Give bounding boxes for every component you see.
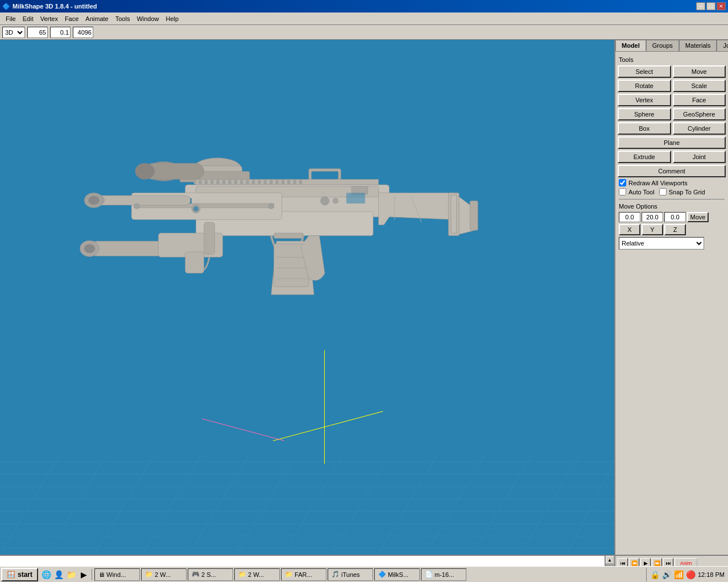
tray-icon-1[interactable]: 🔒: [650, 570, 660, 579]
close-button[interactable]: ✕: [717, 2, 726, 10]
menu-help[interactable]: Help: [163, 14, 183, 23]
viewport-3d[interactable]: [0, 40, 614, 555]
quick-launch-user[interactable]: 👤: [53, 569, 64, 580]
scale-button[interactable]: Scale: [673, 80, 726, 92]
tab-model[interactable]: Model: [615, 40, 646, 51]
svg-point-81: [134, 203, 139, 209]
tool-row-plane: Plane: [618, 136, 726, 149]
menu-window[interactable]: Window: [133, 14, 162, 23]
view-select[interactable]: 3D 2D: [2, 27, 25, 38]
taskbar-item-far[interactable]: 📁FAR...: [281, 568, 326, 581]
axis-z-button[interactable]: Z: [664, 224, 686, 235]
panel-content: Tools Select Move Rotate Scale Vertex Fa…: [615, 52, 728, 555]
minimize-button[interactable]: ─: [696, 2, 705, 10]
toolbar: 3D 2D: [0, 25, 728, 40]
svg-line-20: [567, 462, 614, 555]
auto-tool-label: Auto Tool: [628, 189, 655, 196]
toolbar-val2[interactable]: [50, 27, 71, 38]
svg-line-8: [0, 456, 59, 555]
taskbar-item-2w1[interactable]: 📁2 W...: [141, 568, 187, 581]
taskbar-item-itunes[interactable]: 🎵iTunes: [328, 568, 373, 581]
rotate-button[interactable]: Rotate: [618, 80, 671, 92]
comment-button[interactable]: Comment: [618, 165, 726, 177]
menu-edit[interactable]: Edit: [19, 14, 37, 23]
sphere-button[interactable]: Sphere: [618, 108, 671, 120]
toolbar-val1[interactable]: [27, 27, 48, 38]
tray-icon-nero[interactable]: 🔴: [686, 570, 696, 579]
svg-rect-44: [282, 180, 285, 185]
system-clock: 12:18 PM: [698, 571, 725, 578]
taskbar-item-wind[interactable]: 🖥Wind...: [94, 568, 140, 581]
menu-vertex[interactable]: Vertex: [37, 14, 61, 23]
face-button[interactable]: Face: [673, 94, 726, 106]
axis-pink-line: [202, 418, 284, 441]
svg-point-72: [84, 244, 95, 253]
svg-rect-36: [234, 180, 238, 185]
tray-icon-2[interactable]: 🔊: [662, 570, 672, 579]
plane-button[interactable]: Plane: [618, 136, 726, 149]
menu-tools[interactable]: Tools: [112, 14, 134, 23]
taskbar-item-milks[interactable]: 🔷MilkS...: [374, 568, 420, 581]
start-button[interactable]: 🪟 start: [1, 568, 38, 581]
svg-point-69: [89, 196, 100, 205]
tab-materials[interactable]: Materials: [679, 40, 717, 51]
geosphere-button[interactable]: GeoSphere: [673, 108, 726, 120]
axis-buttons-row: X Y Z: [619, 224, 725, 235]
vertex-button[interactable]: Vertex: [618, 94, 671, 106]
select-button[interactable]: Select: [618, 65, 671, 78]
move-x-input[interactable]: [619, 212, 640, 222]
maximize-button[interactable]: □: [706, 2, 715, 10]
svg-rect-31: [205, 180, 208, 185]
tab-joints[interactable]: Joints: [717, 40, 728, 51]
svg-rect-40: [258, 180, 261, 185]
taskbar-item-2s[interactable]: 🎮2 S...: [188, 568, 233, 581]
titlebar-title: 🔷 MilkShape 3D 1.8.4 - untitled: [2, 3, 97, 10]
quick-launch: 🌐 👤 📁 ▶: [38, 569, 92, 580]
move-apply-button[interactable]: Move: [687, 212, 709, 222]
tray-icon-3[interactable]: 📶: [674, 570, 684, 579]
taskbar-item-m16[interactable]: 📄m-16...: [421, 568, 466, 581]
tools-section-label: Tools: [619, 56, 726, 63]
box-button[interactable]: Box: [618, 122, 671, 135]
svg-line-12: [189, 456, 248, 555]
svg-line-17: [425, 456, 485, 555]
menu-file[interactable]: File: [2, 14, 19, 23]
move-y-input[interactable]: [642, 212, 663, 222]
tool-row-extrude-joint: Extrude Joint: [618, 151, 726, 163]
move-z-input[interactable]: [664, 212, 686, 222]
main-area: Model Groups Materials Joints Tools Sele…: [0, 40, 728, 555]
relative-dropdown[interactable]: Relative Absolute: [619, 237, 704, 250]
svg-line-19: [520, 456, 579, 555]
windows-icon: 🪟: [7, 571, 15, 579]
quick-launch-ie[interactable]: 🌐: [40, 569, 52, 580]
svg-line-16: [378, 456, 437, 555]
options-checkbox-row: Auto Tool Snap To Grid: [619, 188, 725, 196]
menu-face[interactable]: Face: [61, 14, 82, 23]
quick-launch-media[interactable]: ▶: [78, 569, 89, 580]
taskbar-item-2w2[interactable]: 📁2 W...: [234, 568, 280, 581]
tab-groups[interactable]: Groups: [646, 40, 679, 51]
svg-rect-46: [293, 180, 296, 185]
axis-y-button[interactable]: Y: [642, 224, 663, 235]
move-options-label: Move Options: [619, 203, 725, 210]
toolbar-val3[interactable]: [73, 27, 93, 38]
cylinder-button[interactable]: Cylinder: [673, 122, 726, 135]
svg-rect-47: [299, 180, 303, 185]
scroll-up-arrow[interactable]: ▲: [606, 556, 614, 564]
quick-launch-folder[interactable]: 📁: [65, 569, 77, 580]
joint-button[interactable]: Joint: [673, 151, 726, 163]
svg-line-18: [473, 456, 532, 555]
svg-line-11: [142, 456, 201, 555]
menu-animate[interactable]: Animate: [82, 14, 111, 23]
svg-rect-35: [228, 180, 231, 185]
svg-rect-61: [451, 196, 456, 233]
snap-to-grid-checkbox[interactable]: [659, 188, 667, 196]
taskbar-items: 🖥Wind... 📁2 W... 🎮2 S... 📁2 W... 📁FAR...…: [92, 568, 646, 581]
auto-tool-checkbox[interactable]: [619, 188, 626, 196]
gun-model: [46, 68, 529, 398]
redraw-checkbox[interactable]: [619, 179, 626, 186]
axis-x-button[interactable]: X: [619, 224, 640, 235]
extrude-button[interactable]: Extrude: [618, 151, 671, 163]
system-tray: 🔒 🔊 📶 🔴 12:18 PM: [646, 568, 728, 581]
move-button[interactable]: Move: [673, 65, 726, 78]
